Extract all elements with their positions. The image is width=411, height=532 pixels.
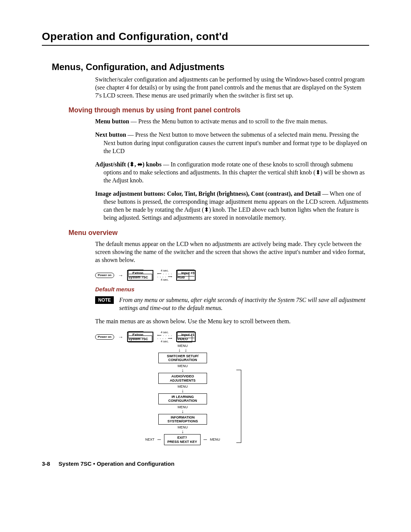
def-next-button-body: — Press the Next button to move between … [104,131,367,154]
loop-line [236,370,241,443]
flow-exit: NEXT — EXIT?PRESS NEXT KEY — MENU [145,434,220,445]
arrow-right-icon [118,334,123,340]
lcd-box-input1: Input #1VIDEO [176,332,196,342]
def-image-lead: Image adjustment buttons: Color, Tint, B… [95,190,321,197]
arrow-down-icon: ↓ [182,409,184,414]
main-menus-flowchart: Power on ExtronSystem 7SC 4 sec. ⟵ - - -… [95,331,369,445]
arrow-down-icon: ↓ [182,429,184,434]
cycle-arrows-icon: 4 sec. ⟵ - - - - - - - - ⟶ 4 sec. [157,269,172,281]
note-badge: NOTE [95,296,114,304]
flow-switcher-setup: SWITCHER SETUP/CONFIGURATION [158,353,207,364]
arrow-down-icon: ↓ [182,388,184,393]
moving-heading: Moving through menus by using front pane… [68,106,369,114]
double-arrow-down-icon: ↓↓ [178,348,187,353]
flow-ir-learning: IR LEARNINGCONFIGURATION [158,393,207,404]
default-menus-heading: Default menus [95,286,369,292]
flow-av-adjustments: AUDIO/VIDEOADJUSTMENTS [158,373,207,384]
power-on-pill-2: Power on [95,334,114,340]
def-next-button: Next button — Press the Next button to m… [95,131,369,155]
def-menu-button-body: — Press the Menu button to activate menu… [129,118,327,125]
flow-column: MENU ↓↓ SWITCHER SETUP/CONFIGURATION MEN… [129,343,236,445]
def-menu-button-lead: Menu button [95,118,129,125]
overview-para2: The main menus are as shown below. Use t… [95,317,369,325]
note-block: NOTE From any menu or submenu, after eig… [95,296,369,312]
page: Operation and Configuration, cont'd Menu… [0,0,411,482]
arrow-down-icon: ↓ [182,367,184,372]
power-on-pill: Power on [95,273,114,278]
def-menu-button: Menu button — Press the Menu button to a… [95,117,369,125]
arrow-right-icon [118,272,123,278]
overview-para1: The default menus appear on the LCD when… [95,240,369,264]
flow-information: INFORMATIONSYSTEM/OPTIONS [158,414,207,425]
cycle-arrows-icon: 4 sec. ⟵ - - - - - - - - ⟶ 4 sec. [157,331,172,343]
def-next-button-lead: Next button [95,131,126,138]
page-footer: 3-8 System 7SC • Operation and Configura… [42,460,369,467]
menu-side-label: MENU [210,438,220,441]
header-rule [42,45,369,46]
def-image-buttons: Image adjustment buttons: Color, Tint, B… [95,190,369,222]
footer-text: System 7SC • Operation and Configuration [59,460,174,467]
section-title: Menus, Configuration, and Adjustments [52,62,369,72]
lcd-box-extron-2: ExtronSystem 7SC [127,332,153,342]
note-text: From any menu or submenu, after eight se… [119,296,369,312]
lcd-box-input3: Input #3RGB [176,270,196,281]
next-label: NEXT [145,438,155,441]
page-header-title: Operation and Configuration, cont'd [42,30,369,43]
def-adjust-lead: Adjust/shift (⬍, ⬌) knobs [95,161,161,168]
section-intro: Switcher/scaler configuration and adjust… [95,75,369,99]
default-menus-diagram: Power on ExtronSystem 7SC 4 sec. ⟵ - - -… [95,269,369,281]
overview-heading: Menu overview [68,229,369,237]
def-adjust-knobs: Adjust/shift (⬍, ⬌) knobs — In configura… [95,160,369,184]
page-number: 3-8 [42,460,50,467]
lcd-box-extron: ExtronSystem 7SC [127,270,153,281]
